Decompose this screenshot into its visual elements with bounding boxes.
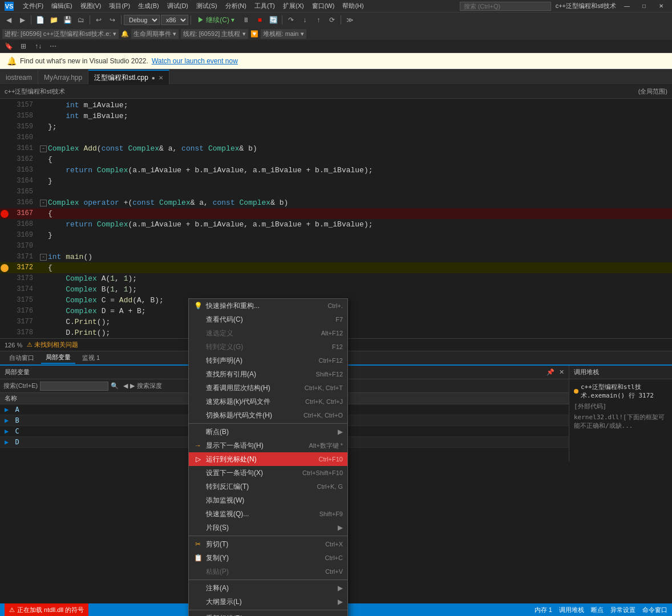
expand-3166[interactable]: - [40, 197, 48, 208]
expand-3161[interactable]: - [40, 143, 48, 154]
cm-snippets[interactable]: 片段(S) ▶ [189, 521, 347, 534]
menu-window[interactable]: 窗口(W) [309, 1, 338, 11]
cm-toggle-header[interactable]: 切换标题/代码文件(H) Ctrl+K, Ctrl+O [189, 408, 347, 422]
stack-label[interactable]: 堆栈框: main ▾ [261, 29, 306, 39]
undo-button[interactable]: ↩ [92, 14, 105, 26]
arch-dropdown[interactable]: x86 [161, 15, 188, 25]
tab-watch1[interactable]: 监视 1 [78, 352, 104, 363]
expand-icon[interactable]: ▶ [5, 438, 9, 446]
process-label[interactable]: 进程: [60596] c++泛型编程和stl技术.e: ▾ [2, 29, 119, 39]
new-project-button[interactable]: 📄 [34, 14, 46, 26]
menu-build[interactable]: 生成(B) [135, 1, 163, 11]
tab-locals[interactable]: 局部变量 [41, 352, 75, 364]
step-over-button[interactable]: ↷ [285, 14, 297, 26]
menu-test[interactable]: 测试(S) [193, 1, 221, 11]
tab-iostream-label: iostream [6, 74, 32, 82]
toolbar-separator-5 [282, 15, 282, 25]
menu-analyze[interactable]: 分析(N) [222, 1, 250, 11]
cm-outlining[interactable]: 大纲显示(L) ▶ [189, 595, 347, 609]
tab-iostream[interactable]: iostream [0, 70, 38, 84]
global-search-input[interactable] [460, 2, 551, 11]
locals-close-icon[interactable]: ✕ [559, 368, 564, 376]
expand-icon[interactable]: ▶ [5, 406, 9, 414]
cm-quick-watch[interactable]: 快速监视(Q)... Shift+F9 [189, 507, 347, 521]
menu-help[interactable]: 帮助(H) [339, 1, 367, 11]
redo-button[interactable]: ↪ [106, 14, 119, 26]
locals-pin-icon[interactable]: 📌 [546, 368, 554, 376]
exceptions-label[interactable]: 异常设置 [610, 606, 635, 614]
step-into-button[interactable]: ↓ [298, 14, 311, 26]
cm-cut[interactable]: ✂ 剪切(T) Ctrl+X [189, 537, 347, 551]
more-debug-button[interactable]: ≫ [343, 14, 356, 26]
memory-label[interactable]: 内存 1 [535, 606, 552, 614]
tab-myarray[interactable]: MyArray.hpp [38, 70, 88, 84]
stop-button[interactable]: ■ [253, 14, 266, 26]
cm-breakpoint[interactable]: 断点(B) ▶ [189, 425, 347, 439]
cm-show-next[interactable]: → 显示下一条语句(H) Alt+数字键 * [189, 439, 347, 452]
cm-quick-watch-label: 快速监视(Q)... [206, 509, 249, 519]
cm-run-to-cursor[interactable]: ▷ 运行到光标处(N) Ctrl+F10 [189, 452, 347, 466]
thread-label[interactable]: 线程: [60592] 主线程 ▾ [181, 29, 248, 39]
menu-extensions[interactable]: 扩展(X) [280, 1, 307, 11]
restart-button[interactable]: 🔄 [267, 14, 280, 26]
cm-set-next[interactable]: 设置下一条语句(X) Ctrl+Shift+F10 [189, 466, 347, 480]
menu-view[interactable]: 视图(V) [77, 1, 105, 11]
cm-peek-header[interactable]: 速览标题(k)/代码文件 Ctrl+K, Ctrl+J [189, 395, 347, 408]
callstack-item[interactable]: kernel32.dll![下面的框架可能不正确和/或缺... [572, 412, 670, 431]
cm-goto-decl-label: 转到声明(A) [206, 356, 242, 366]
callstack-tab-label[interactable]: 调用堆栈 [559, 606, 584, 614]
cm-add-watch[interactable]: 添加监视(W) [189, 493, 347, 507]
extra-button[interactable]: ⋯ [47, 40, 59, 52]
locals-search-input[interactable] [40, 382, 108, 391]
minimize-button[interactable]: — [621, 2, 633, 10]
tab-auto-window[interactable]: 自动窗口 [5, 352, 39, 363]
expand-3171[interactable]: - [40, 252, 48, 262]
menu-project[interactable]: 项目(P) [106, 1, 133, 11]
menu-file[interactable]: 文件(F) [19, 1, 47, 11]
cs-label: kernel32.dll![下面的框架可能不正确和/或缺... [574, 413, 667, 430]
menu-tools[interactable]: 工具(T) [251, 1, 278, 11]
var-name: B [15, 416, 19, 424]
expand-icon[interactable]: ▶ [5, 416, 9, 424]
cm-disassembly[interactable]: 转到反汇编(T) Ctrl+K, G [189, 480, 347, 493]
cm-copy[interactable]: 📋 复制(Y) Ctrl+C [189, 551, 347, 565]
bookmark-button[interactable]: 🔖 [2, 40, 15, 52]
cm-call-hierarchy[interactable]: 查看调用层次结构(H) Ctrl+K, Ctrl+T [189, 381, 347, 395]
step-out-button[interactable]: ↑ [312, 14, 325, 26]
cm-goto-decl[interactable]: 转到声明(A) Ctrl+F12 [189, 354, 347, 367]
forward-button[interactable]: ▶ [16, 14, 29, 26]
breakpoint-3167[interactable] [1, 210, 9, 218]
save-all-button[interactable]: 🗂 [75, 14, 87, 26]
nav-fwd-icon[interactable]: ▶ [130, 382, 135, 390]
callstack-item[interactable]: c++泛型编程和stl技术.exemain() 行 3172 [572, 382, 670, 401]
notification-link[interactable]: Watch our launch event now [152, 57, 238, 65]
column-button[interactable]: ⊞ [17, 40, 30, 52]
cm-comment[interactable]: 注释(A) ▶ [189, 581, 347, 595]
close-button[interactable]: ✕ [655, 2, 667, 10]
callstack-item[interactable]: [外部代码] [572, 401, 670, 412]
pause-button[interactable]: ⏸ [240, 14, 252, 26]
tab-close-button[interactable]: ✕ [159, 75, 163, 81]
maximize-button[interactable]: □ [638, 2, 650, 10]
tab-main-cpp[interactable]: 泛型编程和stl.cpp ● ✕ [88, 70, 169, 84]
save-button[interactable]: 💾 [61, 14, 74, 26]
continue-button[interactable]: ▶ 继续(C) ▾ [193, 14, 238, 26]
lifecycle-label[interactable]: 生命周期事件 ▾ [131, 29, 179, 39]
breakpoint-3172[interactable] [1, 264, 9, 272]
open-button[interactable]: 📁 [47, 14, 60, 26]
expand-icon[interactable]: ▶ [5, 427, 9, 435]
debug-config-dropdown[interactable]: Debug [124, 15, 160, 25]
cm-add-watch-label: 添加监视(W) [206, 496, 244, 505]
show-next-stmt-button[interactable]: ⟳ [326, 14, 338, 26]
nav-button[interactable]: ↑↓ [32, 40, 44, 52]
back-button[interactable]: ◀ [2, 14, 15, 26]
cm-rescan[interactable]: 重新扫描(R) ▶ [189, 611, 347, 616]
breakpoints-label[interactable]: 断点 [591, 606, 604, 614]
menu-debug[interactable]: 调试(D) [164, 1, 192, 11]
nav-back-icon[interactable]: ◀ [123, 382, 128, 390]
menu-edit[interactable]: 编辑(E) [48, 1, 76, 11]
cm-quick-actions[interactable]: 💡 快速操作和重构... Ctrl+. [189, 299, 347, 313]
commands-label[interactable]: 命令窗口 [642, 606, 667, 614]
cm-find-refs[interactable]: 查找所有引用(A) Shift+F12 [189, 367, 347, 381]
cm-view-code[interactable]: 查看代码(C) F7 [189, 313, 347, 326]
